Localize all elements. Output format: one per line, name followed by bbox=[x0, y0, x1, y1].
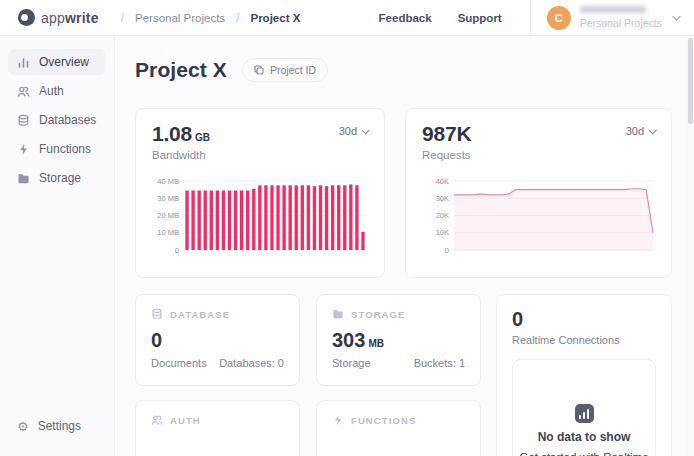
sidebar-item-label: Functions bbox=[39, 142, 91, 156]
project-id-badge[interactable]: Project ID bbox=[242, 58, 328, 82]
sidebar-item-label: Auth bbox=[39, 84, 64, 98]
chevron-down-icon bbox=[361, 126, 369, 134]
chevron-down-icon bbox=[672, 12, 680, 20]
documents-label: Documents bbox=[151, 357, 207, 369]
account-menu[interactable]: C Personal Projects bbox=[530, 2, 680, 34]
functions-card[interactable]: FUNCTIONS bbox=[316, 400, 481, 456]
project-id-badge-label: Project ID bbox=[270, 64, 316, 76]
storage-card[interactable]: STORAGE 303MB Storage Buckets: 1 bbox=[316, 294, 481, 386]
appwrite-logo[interactable]: appwrite bbox=[18, 9, 99, 26]
users-icon bbox=[17, 85, 30, 98]
range-value: 30d bbox=[339, 125, 357, 137]
bandwidth-label: Bandwidth bbox=[152, 149, 210, 161]
sidebar-item-storage[interactable]: Storage bbox=[8, 165, 106, 191]
sidebar: Overview Auth Databases Functions Storag… bbox=[0, 36, 115, 456]
bandwidth-card: 1.08GB Bandwidth 30d 40 MB30 MB20 MB10 M… bbox=[135, 108, 385, 278]
sidebar-item-label: Settings bbox=[38, 419, 81, 433]
svg-text:0: 0 bbox=[175, 246, 179, 255]
breadcrumb-personal-projects[interactable]: Personal Projects bbox=[135, 12, 225, 24]
svg-text:20K: 20K bbox=[436, 211, 449, 220]
realtime-empty-state: No data to show Get started with Realtim… bbox=[512, 359, 656, 456]
bar-chart-icon bbox=[17, 56, 30, 69]
copy-icon bbox=[254, 65, 264, 75]
requests-chart: 40K30K20K10K0 bbox=[422, 176, 655, 260]
databases-meta: Databases: 0 bbox=[219, 357, 284, 369]
scrollbar-thumb[interactable] bbox=[688, 38, 693, 124]
main-content: Project X Project ID 1.08GB Bandwidth 30… bbox=[115, 36, 694, 456]
database-card[interactable]: DATABASE 0 Documents Databases: 0 bbox=[135, 294, 300, 386]
lightning-icon bbox=[332, 414, 344, 426]
lightning-icon bbox=[17, 143, 30, 156]
sidebar-item-label: Storage bbox=[39, 171, 81, 185]
sidebar-item-auth[interactable]: Auth bbox=[8, 78, 106, 104]
appwrite-logo-icon bbox=[18, 9, 35, 26]
bandwidth-range-selector[interactable]: 30d bbox=[339, 122, 368, 137]
range-value: 30d bbox=[626, 125, 644, 137]
realtime-connections-count: 0 bbox=[512, 308, 656, 331]
sidebar-item-settings[interactable]: ⚙ Settings bbox=[8, 413, 106, 439]
sidebar-item-label: Databases bbox=[39, 113, 96, 127]
avatar: C bbox=[547, 6, 571, 30]
documents-count: 0 bbox=[151, 329, 284, 352]
svg-text:10 MB: 10 MB bbox=[157, 228, 179, 237]
storage-category-label: STORAGE bbox=[351, 309, 406, 320]
page-title: Project X bbox=[135, 58, 227, 82]
sidebar-item-label: Overview bbox=[39, 55, 89, 69]
bar-chart-icon bbox=[575, 404, 594, 423]
realtime-connections-label: Realtime Connections bbox=[512, 334, 656, 346]
svg-text:20 MB: 20 MB bbox=[157, 211, 179, 220]
gear-icon: ⚙ bbox=[17, 420, 29, 433]
breadcrumb-separator: / bbox=[121, 11, 124, 25]
database-icon bbox=[17, 114, 30, 127]
folder-icon bbox=[17, 172, 30, 185]
chevron-down-icon bbox=[648, 126, 656, 134]
folder-icon bbox=[332, 308, 344, 320]
requests-card: 987K Requests 30d 40K30K20K10K0 bbox=[405, 108, 672, 278]
storage-size: 303MB bbox=[332, 329, 465, 352]
buckets-meta: Buckets: 1 bbox=[414, 357, 465, 369]
breadcrumb-separator: / bbox=[236, 11, 239, 25]
storage-label: Storage bbox=[332, 357, 371, 369]
appwrite-logo-text: appwrite bbox=[41, 10, 99, 26]
svg-text:30K: 30K bbox=[436, 194, 449, 203]
bandwidth-chart: 40 MB30 MB20 MB10 MB0 bbox=[152, 176, 368, 260]
support-link[interactable]: Support bbox=[458, 12, 502, 24]
get-started-realtime-link[interactable]: Get started with Realtime bbox=[519, 451, 648, 456]
account-organization: Personal Projects bbox=[580, 17, 662, 29]
svg-text:40 MB: 40 MB bbox=[157, 177, 179, 186]
realtime-card: 0 Realtime Connections No data to show G… bbox=[496, 294, 672, 456]
svg-text:30 MB: 30 MB bbox=[157, 194, 179, 203]
sidebar-item-databases[interactable]: Databases bbox=[8, 107, 106, 133]
bandwidth-value: 1.08GB bbox=[152, 122, 210, 146]
requests-range-selector[interactable]: 30d bbox=[626, 122, 655, 137]
scrollbar-track bbox=[687, 36, 694, 456]
svg-text:10K: 10K bbox=[436, 228, 449, 237]
top-bar: appwrite / Personal Projects / Project X… bbox=[0, 0, 694, 36]
auth-category-label: AUTH bbox=[170, 415, 201, 426]
database-category-label: DATABASE bbox=[170, 309, 230, 320]
sidebar-item-functions[interactable]: Functions bbox=[8, 136, 106, 162]
users-icon bbox=[151, 414, 163, 426]
svg-text:40K: 40K bbox=[436, 177, 449, 186]
database-icon bbox=[151, 308, 163, 320]
functions-category-label: FUNCTIONS bbox=[351, 415, 416, 426]
svg-text:0: 0 bbox=[445, 246, 449, 255]
requests-value: 987K bbox=[422, 122, 471, 146]
account-name-redacted bbox=[580, 6, 646, 13]
auth-card[interactable]: AUTH bbox=[135, 400, 300, 456]
requests-label: Requests bbox=[422, 149, 471, 161]
no-data-text: No data to show bbox=[538, 430, 631, 444]
sidebar-item-overview[interactable]: Overview bbox=[8, 49, 106, 75]
feedback-link[interactable]: Feedback bbox=[379, 12, 432, 24]
breadcrumb-project-x[interactable]: Project X bbox=[250, 12, 300, 24]
